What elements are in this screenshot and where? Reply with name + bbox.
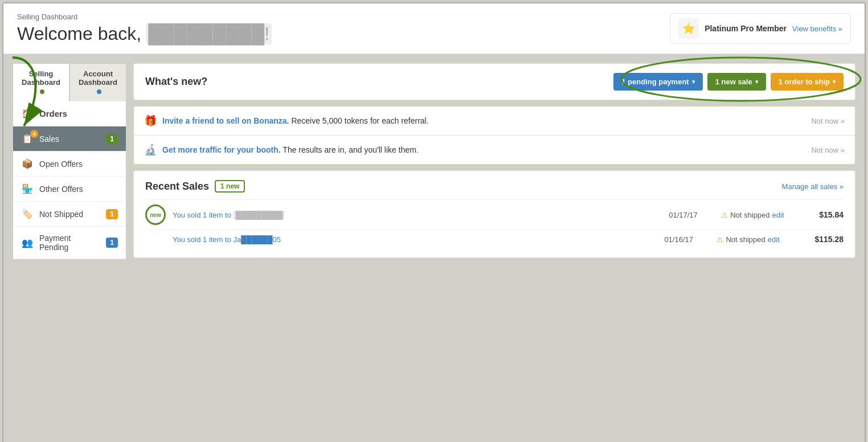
warning-icon-2: ⚠ — [716, 235, 723, 244]
tab-selling[interactable]: Selling Dashboard — [13, 63, 69, 101]
other-offers-label: Other Offers — [39, 185, 118, 194]
gift-icon: 🎁 — [144, 114, 157, 127]
promotions-card: 🎁 Invite a friend to sell on Bonanza. Re… — [133, 106, 855, 165]
payment-pending-icon: 👥 — [21, 238, 34, 248]
tab-bar: Selling Dashboard Account Dashboard — [13, 63, 126, 101]
main-wrapper: Selling Dashboard Account Dashboard 🏠 Or… — [3, 54, 865, 442]
sidebar-item-sales[interactable]: 📋 4 Sales 1 — [13, 126, 126, 152]
new-sale-chevron: ▾ — [755, 79, 758, 85]
order-to-ship-label: 1 order to ship — [779, 77, 830, 86]
sale-2-buyer: Ja██████05 — [233, 235, 280, 244]
sales-icon: 📋 4 — [21, 133, 34, 144]
not-shipped-label: Not Shipped — [39, 210, 100, 219]
new-sale-button[interactable]: 1 new sale ▾ — [707, 73, 766, 91]
welcome-text: Welcome back, — [17, 23, 141, 44]
open-offers-icon: 📦 — [21, 158, 34, 169]
whats-new-title: What's new? — [145, 76, 207, 88]
other-offers-icon: 🏪 — [21, 183, 34, 194]
recent-sales-header-left: Recent Sales 1 new — [145, 180, 245, 193]
order-to-ship-button[interactable]: 1 order to ship ▾ — [771, 73, 844, 91]
referral-dismiss[interactable]: Not now » — [811, 117, 845, 125]
promo-referral-text: Invite a friend to sell on Bonanza. Rece… — [162, 116, 805, 125]
new-sale-label: 1 new sale — [715, 77, 752, 86]
pending-payment-chevron: ▾ — [692, 79, 695, 85]
sale-2-status-text: Not shipped — [726, 235, 765, 244]
warning-icon-1: ⚠ — [721, 211, 728, 219]
flask-icon: 🔬 — [144, 144, 157, 156]
sale-new-indicator: new — [145, 204, 166, 225]
sale-1-date: 01/17/17 — [669, 211, 714, 219]
header: Selling Dashboard Welcome back, ████████… — [3, 3, 865, 54]
selling-dot — [40, 89, 44, 94]
order-to-ship-chevron: ▾ — [833, 79, 836, 85]
tab-account[interactable]: Account Dashboard — [69, 63, 126, 101]
sale-2-prefix: You sold 1 item to — [173, 235, 233, 244]
traffic-link[interactable]: Get more traffic for your booth. — [162, 145, 281, 154]
sales-label: Sales — [39, 134, 100, 144]
manage-all-sales-link[interactable]: Manage all sales » — [782, 182, 844, 191]
not-shipped-badge: 1 — [106, 209, 118, 219]
account-dot — [97, 89, 101, 94]
sale-2-edit-link[interactable]: edit — [768, 235, 780, 244]
tab-account-label: Account Dashboard — [79, 69, 117, 87]
sale-1-prefix: You sold 1 item to — [173, 211, 233, 219]
payment-pending-badge: 1 — [106, 238, 118, 248]
referral-link[interactable]: Invite a friend to sell on Bonanza. — [162, 116, 289, 125]
sidebar-item-open-offers[interactable]: 📦 Open Offers — [13, 152, 126, 177]
member-tier: Platinum Pro Member — [705, 24, 787, 33]
home-icon: 🏠 — [21, 108, 34, 119]
recent-sales-title: Recent Sales — [145, 181, 209, 193]
traffic-dismiss[interactable]: Not now » — [811, 146, 845, 154]
whats-new-card: What's new? 1 pending payment ▾ 1 new sa… — [133, 63, 855, 100]
sale-row-2: You sold 1 item to Ja██████05 01/16/17 ⚠… — [145, 230, 844, 248]
sale-2-description: You sold 1 item to Ja██████05 — [173, 235, 657, 244]
promo-traffic: 🔬 Get more traffic for your booth. The r… — [134, 136, 855, 164]
sale-1-price: $15.84 — [819, 210, 844, 219]
view-benefits-link[interactable]: View benefits » — [792, 24, 842, 33]
pending-payment-button[interactable]: 1 pending payment ▾ — [613, 73, 702, 91]
content: What's new? 1 pending payment ▾ 1 new sa… — [133, 63, 855, 436]
sidebar: Selling Dashboard Account Dashboard 🏠 Or… — [13, 63, 126, 436]
pending-payment-label: 1 pending payment — [621, 77, 689, 86]
promo-referral: 🎁 Invite a friend to sell on Bonanza. Re… — [134, 107, 855, 136]
sidebar-item-payment-pending[interactable]: 👥 Payment Pending 1 — [13, 227, 126, 259]
promo-traffic-text: Get more traffic for your booth. The res… — [162, 145, 805, 154]
orders-label: Orders — [39, 109, 67, 118]
sale-1-status-text: Not shipped — [730, 211, 769, 219]
sale-1-edit-link[interactable]: edit — [772, 211, 784, 219]
member-badge: ⭐ Platinum Pro Member View benefits » — [670, 13, 851, 44]
sale-1-description: You sold 1 item to █████████ — [173, 211, 662, 219]
notification-buttons: 1 pending payment ▾ 1 new sale ▾ 1 order… — [613, 73, 844, 91]
sale-1-buyer: █████████ — [233, 211, 285, 219]
header-left: Selling Dashboard Welcome back, ████████… — [17, 13, 272, 44]
sale-2-status: ⚠ Not shipped edit — [716, 235, 808, 244]
username: █████████! — [146, 23, 272, 44]
sales-badge: 1 — [106, 134, 118, 144]
sidebar-item-not-shipped[interactable]: 🏷️ Not Shipped 1 — [13, 202, 126, 227]
traffic-text: The results are in, and you'll like them… — [282, 145, 418, 154]
open-offers-label: Open Offers — [39, 159, 118, 169]
sidebar-nav: 🏠 Orders 📋 4 Sales 1 📦 Open Offers — [13, 101, 126, 260]
sidebar-item-other-offers[interactable]: 🏪 Other Offers — [13, 177, 126, 202]
sale-1-status: ⚠ Not shipped edit — [721, 211, 812, 219]
recent-sales-card: Recent Sales 1 new Manage all sales » ne… — [133, 170, 855, 258]
tab-selling-label: Selling Dashboard — [22, 69, 60, 87]
payment-pending-label: Payment Pending — [39, 234, 100, 252]
member-badge-icon: ⭐ — [678, 18, 699, 39]
sale-row-1: new You sold 1 item to █████████ 01/17/1… — [145, 199, 844, 230]
sidebar-item-orders[interactable]: 🏠 Orders — [13, 101, 126, 126]
page-label: Selling Dashboard — [17, 13, 272, 21]
recent-sales-header: Recent Sales 1 new Manage all sales » — [145, 180, 844, 193]
sale-2-price: $115.28 — [814, 235, 844, 244]
referral-text: Receive 5,000 tokens for each referral. — [291, 116, 428, 125]
sale-2-date: 01/16/17 — [664, 235, 710, 244]
not-shipped-icon: 🏷️ — [21, 208, 34, 219]
recent-sales-new-badge: 1 new — [215, 180, 245, 193]
